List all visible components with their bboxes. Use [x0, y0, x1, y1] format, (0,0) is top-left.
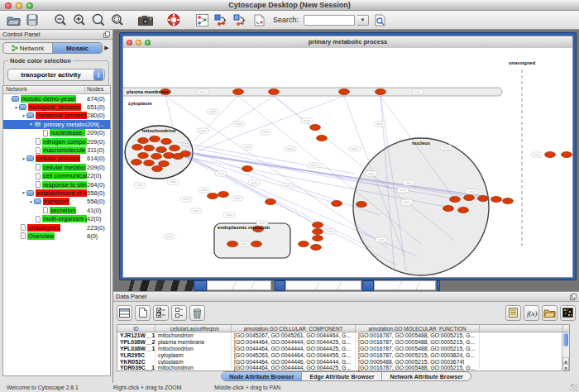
table-cell[interactable]: [GO:0045267, GO:0045261, GO:0044464, G..… — [232, 332, 356, 339]
table-cell[interactable]: cytoplasm — [156, 359, 232, 366]
network-node[interactable] — [170, 145, 180, 151]
resize-grip[interactable] — [571, 384, 578, 391]
network-view-frame[interactable]: primary metabolic process plasma membran… — [119, 32, 577, 280]
network-node[interactable] — [208, 193, 218, 198]
network-node[interactable] — [242, 165, 253, 171]
tree-expander-icon[interactable]: ▼ — [21, 113, 26, 118]
tree-row[interactable]: nucleobase-209(0) — [3, 129, 110, 137]
attribute-editor-button[interactable] — [505, 305, 521, 321]
network-node[interactable] — [313, 222, 323, 227]
table-cell[interactable] — [480, 359, 563, 366]
network-node[interactable] — [132, 159, 142, 165]
table-cell[interactable]: YPL036W__2 — [117, 339, 156, 346]
network-node[interactable] — [251, 241, 262, 246]
table-cell[interactable]: [GO:0045263, GO:0044464, GO:0044455, G..… — [232, 352, 356, 359]
network-node[interactable] — [132, 144, 143, 150]
table-row[interactable]: YKR052Ccytoplasm[GO:0044464, GO:0044446,… — [117, 359, 569, 366]
network-node[interactable] — [450, 196, 461, 202]
tree-row[interactable]: multi-organism pro42(0) — [3, 214, 110, 222]
annotation-button[interactable] — [251, 12, 267, 28]
tree-expander-icon[interactable]: ▼ — [28, 122, 34, 127]
table-cell[interactable]: mitochondrion — [156, 346, 232, 352]
table-row[interactable]: YJR121W__1mitochondrion[GO:0045267, GO:0… — [117, 332, 569, 339]
network-node[interactable] — [218, 191, 229, 197]
scrollbar-thumb[interactable] — [563, 333, 568, 347]
network-edge[interactable] — [199, 96, 344, 151]
background-window-edge[interactable] — [194, 280, 207, 291]
tab-overflow-button[interactable]: ▶ — [103, 45, 111, 51]
table-cell[interactable]: [GO:0016787, GO:0005215, GO:0003824, G..… — [356, 352, 480, 359]
tree-expander-icon[interactable]: ▼ — [21, 190, 26, 195]
tree-row[interactable]: cell communicat22(0) — [3, 172, 110, 180]
network-node[interactable] — [152, 165, 163, 171]
table-cell[interactable] — [480, 339, 563, 346]
tab-network-attribute-browser[interactable]: Network Attribute Browser — [382, 372, 470, 380]
background-window-thumbnail[interactable] — [374, 280, 436, 290]
network-node[interactable] — [339, 88, 350, 94]
network-node[interactable] — [233, 88, 244, 94]
table-cell[interactable]: plasma membrane — [156, 339, 232, 346]
network-node[interactable] — [269, 88, 280, 94]
background-window-thumbnail[interactable] — [285, 280, 361, 290]
table-column-header[interactable]: annotation.GO MOLECULAR_FUNCTION — [356, 325, 480, 332]
network-node[interactable] — [317, 135, 328, 141]
network-node[interactable] — [332, 200, 342, 206]
network-node[interactable] — [138, 152, 149, 158]
network-node[interactable] — [503, 198, 514, 203]
table-cell[interactable] — [480, 332, 563, 339]
tree-column-network[interactable]: Network — [3, 86, 85, 93]
network-snapshot-button[interactable] — [137, 12, 154, 28]
tree-row[interactable]: ▼transport558(0) — [3, 198, 110, 206]
network-node[interactable] — [313, 235, 323, 241]
create-view-button[interactable] — [213, 12, 229, 28]
network-node[interactable] — [151, 153, 162, 159]
select-attributes-button[interactable] — [153, 305, 169, 321]
network-node[interactable] — [491, 196, 502, 202]
table-cell[interactable]: [GO:0016787, GO:0005488, GO:0005215, G..… — [356, 332, 480, 339]
tree-row[interactable]: Overview8(0) — [3, 232, 110, 240]
node-color-dropdown[interactable]: transporter activity ▲▼ — [7, 69, 105, 81]
background-window-edge[interactable] — [275, 280, 285, 291]
tree-row[interactable]: ▼cellular process614(0) — [3, 155, 110, 163]
tree-row[interactable]: mosaic-demo-yeast874(0) — [3, 94, 110, 103]
tree-column-nodes[interactable]: Nodes — [85, 86, 110, 93]
table-cell[interactable]: mitochondrion — [156, 332, 232, 339]
tree-row[interactable]: ▼metabolic process280(0) — [3, 112, 110, 120]
new-attribute-button[interactable] — [135, 305, 151, 321]
tree-expander-icon[interactable]: ▼ — [28, 199, 34, 204]
background-window-edge[interactable] — [437, 280, 440, 291]
network-edge[interactable] — [274, 96, 315, 130]
network-node[interactable] — [478, 195, 489, 201]
tree-row[interactable]: cellular metabo209(0) — [3, 163, 110, 171]
network-canvas[interactable]: plasma membranecytoplasmmitochondrionnuc… — [122, 48, 573, 278]
network-node[interactable] — [356, 201, 367, 207]
tree-row[interactable]: unassigned223(0) — [3, 223, 110, 232]
enhanced-search-button[interactable] — [371, 12, 388, 28]
zoom-selected-button[interactable] — [90, 12, 107, 28]
table-cell[interactable]: [GO:0005488, GO:0005215, GO:0003674] — [356, 359, 480, 366]
network-view-titlebar[interactable]: primary metabolic process — [122, 36, 573, 48]
network-node[interactable] — [562, 151, 572, 157]
tree-row[interactable]: ▼primary metabo209(... — [3, 120, 110, 128]
table-row[interactable]: YPL036W__1mitochondrion[GO:0044464, GO:0… — [117, 346, 569, 352]
table-cell[interactable]: [GO:0016787, GO:0005488, GO:0005215, G..… — [356, 346, 480, 352]
network-node[interactable] — [545, 151, 556, 157]
zoom-out-button[interactable] — [52, 12, 69, 28]
search-dropdown-button[interactable]: ▼ — [357, 15, 369, 26]
zoom-fit-button[interactable] — [109, 12, 126, 28]
background-window-edge[interactable] — [362, 280, 374, 291]
help-button[interactable] — [165, 12, 182, 28]
table-cell[interactable] — [480, 346, 563, 352]
destroy-view-button[interactable] — [232, 12, 248, 28]
network-node[interactable] — [310, 124, 321, 130]
table-column-header[interactable]: _cellularLayoutRegion — [156, 325, 232, 332]
unselect-attributes-button[interactable] — [171, 305, 187, 321]
table-cell[interactable]: [GO:0044464, GO:0044444, GO:0044425, G..… — [232, 339, 356, 346]
table-cell[interactable]: [GO:0016787, GO:0005488, GO:0005215, G..… — [356, 339, 480, 346]
scroll-down-button[interactable]: ▼ — [562, 364, 569, 370]
import-attributes-button[interactable] — [542, 305, 557, 321]
network-node[interactable] — [159, 160, 170, 166]
tree-row[interactable]: ▼biological_process651(0) — [3, 103, 110, 111]
network-node[interactable] — [138, 137, 149, 143]
tree-row[interactable]: nitrogen compo209(0) — [3, 137, 110, 146]
